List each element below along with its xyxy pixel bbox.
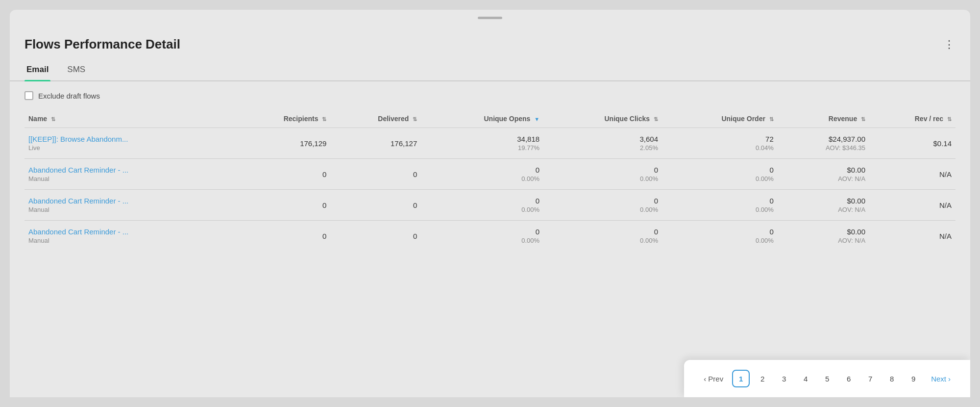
table-row: Abandoned Cart Reminder - ... Manual 0 0… (24, 221, 956, 252)
cell-revenue-3: $0.00 AOV: N/A (778, 221, 869, 252)
sort-revrec-icon: ⇅ (947, 116, 952, 123)
exclude-draft-checkbox[interactable] (24, 91, 33, 100)
page-button-9[interactable]: 9 (905, 370, 922, 387)
exclude-draft-label: Exclude draft flows (38, 92, 100, 100)
pagination-panel: ‹ Prev 1 2 3 4 5 6 7 8 9 Next › (684, 360, 970, 397)
cell-unique-opens-0: 34,818 19.77% (421, 128, 543, 159)
cell-name-2: Abandoned Cart Reminder - ... Manual (24, 190, 233, 221)
cell-unique-clicks-2: 0 0.00% (543, 190, 662, 221)
sort-opens-icon: ▼ (534, 116, 539, 122)
cell-recipients-0: 176,129 (233, 128, 331, 159)
sort-order-icon: ⇅ (769, 116, 774, 123)
cell-unique-order-0: 72 0.04% (662, 128, 778, 159)
chevron-right-icon: › (948, 375, 951, 383)
cell-unique-order-3: 0 0.00% (662, 221, 778, 252)
filter-row: Exclude draft flows (10, 81, 970, 110)
flow-status-3: Manual (28, 237, 229, 244)
flow-name-link-1[interactable]: Abandoned Cart Reminder - ... (28, 166, 229, 174)
page-button-5[interactable]: 5 (818, 370, 836, 387)
cell-name-1: Abandoned Cart Reminder - ... Manual (24, 159, 233, 190)
flows-table: Name ⇅ Recipients ⇅ Delivered ⇅ Unique O… (24, 110, 956, 251)
table-row: Abandoned Cart Reminder - ... Manual 0 0… (24, 190, 956, 221)
page-button-1[interactable]: 1 (732, 370, 750, 387)
prev-button[interactable]: ‹ Prev (699, 372, 728, 386)
cell-name-0: [[KEEP]]: Browse Abandonm... Live (24, 128, 233, 159)
flow-status-0: Live (28, 144, 229, 152)
next-button[interactable]: Next › (926, 372, 956, 386)
more-options-icon[interactable]: ⋮ (944, 38, 956, 51)
cell-delivered-0: 176,127 (330, 128, 421, 159)
cell-rev-per-rec-2: N/A (869, 190, 956, 221)
cell-unique-opens-2: 0 0.00% (421, 190, 543, 221)
sort-delivered-icon: ⇅ (413, 116, 417, 123)
col-recipients[interactable]: Recipients ⇅ (233, 110, 331, 128)
cell-rev-per-rec-1: N/A (869, 159, 956, 190)
table-container: Name ⇅ Recipients ⇅ Delivered ⇅ Unique O… (10, 110, 970, 251)
sort-recipients-icon: ⇅ (322, 116, 326, 123)
cell-revenue-0: $24,937.00 AOV: $346.35 (778, 128, 869, 159)
cell-recipients-3: 0 (233, 221, 331, 252)
sort-revenue-icon: ⇅ (861, 116, 865, 123)
page-button-4[interactable]: 4 (797, 370, 814, 387)
cell-rev-per-rec-3: N/A (869, 221, 956, 252)
cell-rev-per-rec-0: $0.14 (869, 128, 956, 159)
table-row: [[KEEP]]: Browse Abandonm... Live 176,12… (24, 128, 956, 159)
col-unique-order[interactable]: Unique Order ⇅ (662, 110, 778, 128)
col-unique-clicks[interactable]: Unique Clicks ⇅ (543, 110, 662, 128)
tabs-row: Email SMS (10, 52, 970, 81)
cell-unique-opens-3: 0 0.00% (421, 221, 543, 252)
chevron-left-icon: ‹ (704, 375, 706, 383)
page-button-2[interactable]: 2 (754, 370, 771, 387)
cell-revenue-2: $0.00 AOV: N/A (778, 190, 869, 221)
cell-revenue-1: $0.00 AOV: N/A (778, 159, 869, 190)
table-row: Abandoned Cart Reminder - ... Manual 0 0… (24, 159, 956, 190)
tab-email[interactable]: Email (24, 61, 50, 80)
flow-name-link-0[interactable]: [[KEEP]]: Browse Abandonm... (28, 135, 229, 143)
tab-sms[interactable]: SMS (65, 61, 87, 80)
cell-delivered-1: 0 (330, 159, 421, 190)
header: Flows Performance Detail ⋮ (10, 22, 970, 52)
page-button-6[interactable]: 6 (840, 370, 858, 387)
flow-status-1: Manual (28, 175, 229, 182)
col-revenue[interactable]: Revenue ⇅ (778, 110, 869, 128)
cell-delivered-2: 0 (330, 190, 421, 221)
cell-unique-clicks-0: 3,604 2.05% (543, 128, 662, 159)
cell-unique-order-2: 0 0.00% (662, 190, 778, 221)
cell-name-3: Abandoned Cart Reminder - ... Manual (24, 221, 233, 252)
page-title: Flows Performance Detail (24, 37, 180, 52)
cell-delivered-3: 0 (330, 221, 421, 252)
col-unique-opens[interactable]: Unique Opens ▼ (421, 110, 543, 128)
page-button-7[interactable]: 7 (861, 370, 879, 387)
col-name[interactable]: Name ⇅ (24, 110, 233, 128)
flow-status-2: Manual (28, 206, 229, 213)
cell-unique-opens-1: 0 0.00% (421, 159, 543, 190)
sort-clicks-icon: ⇅ (654, 116, 658, 123)
flow-name-link-3[interactable]: Abandoned Cart Reminder - ... (28, 228, 229, 236)
main-panel: Flows Performance Detail ⋮ Email SMS Exc… (10, 10, 970, 397)
cell-recipients-1: 0 (233, 159, 331, 190)
page-button-3[interactable]: 3 (775, 370, 793, 387)
cell-unique-clicks-1: 0 0.00% (543, 159, 662, 190)
flow-name-link-2[interactable]: Abandoned Cart Reminder - ... (28, 197, 229, 205)
drag-handle (478, 17, 502, 19)
cell-unique-order-1: 0 0.00% (662, 159, 778, 190)
cell-recipients-2: 0 (233, 190, 331, 221)
sort-name-icon: ⇅ (51, 116, 55, 123)
table-header-row: Name ⇅ Recipients ⇅ Delivered ⇅ Unique O… (24, 110, 956, 128)
cell-unique-clicks-3: 0 0.00% (543, 221, 662, 252)
col-rev-per-rec[interactable]: Rev / rec ⇅ (869, 110, 956, 128)
page-button-8[interactable]: 8 (883, 370, 901, 387)
col-delivered[interactable]: Delivered ⇅ (330, 110, 421, 128)
